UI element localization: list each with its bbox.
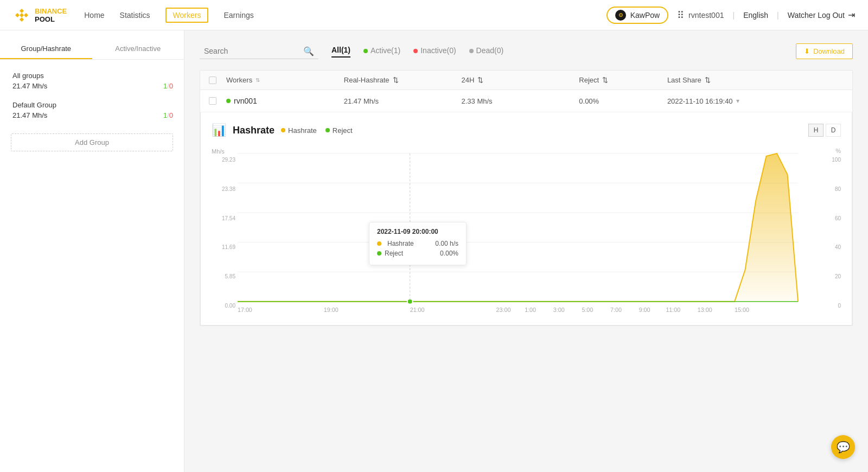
- svg-text:1:00: 1:00: [525, 307, 536, 313]
- worker-24h-cell: 2.33 Mh/s: [462, 97, 579, 105]
- inactive-dot: [413, 49, 418, 53]
- legend-hashrate: Hashrate: [281, 126, 317, 135]
- lastshare-expand-icon[interactable]: ▾: [736, 97, 739, 105]
- chat-button[interactable]: 💬: [831, 435, 855, 459]
- search-box[interactable]: 🔍: [200, 44, 318, 59]
- row-checkbox[interactable]: [209, 97, 216, 105]
- y-label-2: 17.54: [212, 215, 235, 221]
- filter-tab-all[interactable]: All(1): [331, 46, 350, 58]
- add-group-button[interactable]: Add Group: [11, 133, 173, 151]
- sidebar-group-default[interactable]: Default Group 21.47 Mh/s 1/0: [0, 95, 184, 125]
- y-labels-left: 29.23 23.38 17.54 11.69 5.85 0.00: [212, 157, 235, 309]
- kawpow-icon: ⊙: [615, 10, 626, 21]
- worker-reject-cell: 0.00%: [579, 97, 667, 105]
- dead-dot: [469, 49, 474, 53]
- hashrate-legend-dot: [281, 128, 285, 132]
- 24h-sort-icon[interactable]: ⇅: [477, 76, 483, 84]
- worker-status-dot: [226, 99, 231, 103]
- sidebar-group-all[interactable]: All groups 21.47 Mh/s 1/0: [0, 66, 184, 95]
- kawpow-label: KawPow: [630, 11, 660, 20]
- col-header-workers: Workers ⇅: [226, 76, 344, 84]
- header-divider2: |: [777, 11, 779, 20]
- svg-text:19:00: 19:00: [324, 307, 339, 313]
- nav-earnings[interactable]: Earnings: [224, 9, 253, 22]
- nav-workers[interactable]: Workers: [165, 8, 209, 23]
- group-default-ratio: 1/0: [163, 111, 173, 119]
- svg-marker-0: [20, 9, 24, 13]
- reject-legend-dot: [326, 128, 330, 132]
- chart-container: Mh/s 29.23 23.38 17.54 11.69 5.85 0.00 %: [212, 146, 841, 320]
- search-icon: 🔍: [303, 46, 314, 56]
- group-all-hashrate: 21.47 Mh/s: [12, 82, 47, 90]
- sidebar-tab-active-inactive[interactable]: Active/Inactive: [92, 39, 184, 59]
- header-right: ⊙ KawPow ⠿ rvntest001 | English | Watche…: [607, 7, 855, 24]
- group-default-name: Default Group: [12, 101, 173, 109]
- sidebar-tab-group-hashrate[interactable]: Group/Hashrate: [0, 39, 92, 59]
- chart-icon: 📊: [212, 123, 226, 137]
- period-d-button[interactable]: D: [826, 124, 841, 137]
- chart-section: 📊 Hashrate Hashrate Reject H: [200, 112, 852, 326]
- hashrate-sort-icon[interactable]: ⇅: [393, 76, 399, 84]
- y-label-mhs: Mh/s: [212, 148, 225, 155]
- y-label-1: 23.38: [212, 186, 235, 192]
- group-all-name: All groups: [12, 72, 173, 80]
- period-h-button[interactable]: H: [808, 124, 824, 137]
- select-all-checkbox[interactable]: [209, 76, 216, 84]
- kawpow-selector[interactable]: ⊙ KawPow: [607, 7, 668, 24]
- logout-label: Watcher Log Out: [788, 11, 845, 20]
- download-button[interactable]: ⬇ Download: [796, 43, 853, 59]
- y-labels-right: 100 80 60 40 20 0: [821, 157, 841, 309]
- reject-sort-icon[interactable]: ⇅: [602, 76, 608, 84]
- group-all-ratio: 1/0: [163, 82, 173, 90]
- sidebar: Group/Hashrate Active/Inactive All group…: [0, 30, 184, 472]
- nav-home[interactable]: Home: [84, 9, 104, 22]
- col-header-lastshare: Last Share ⇅: [667, 76, 844, 84]
- main-content: 🔍 All(1) Active(1) Inactive(0) Dead(0) ⬇…: [184, 30, 868, 472]
- chart-legend: Hashrate Reject: [281, 126, 353, 135]
- group-default-hashrate: 21.47 Mh/s: [12, 111, 47, 119]
- group-default-stats: 21.47 Mh/s 1/0: [12, 111, 173, 119]
- logo: BINANCE POOL: [13, 7, 67, 24]
- svg-text:21:00: 21:00: [410, 307, 425, 313]
- group-all-stats: 21.47 Mh/s 1/0: [12, 82, 173, 90]
- sidebar-tab-bar: Group/Hashrate Active/Inactive: [0, 39, 184, 60]
- language-selector[interactable]: English: [743, 11, 768, 20]
- header-divider: |: [732, 11, 735, 20]
- svg-text:17:00: 17:00: [238, 307, 252, 313]
- worker-name[interactable]: rvn001: [234, 97, 257, 105]
- binance-logo-icon: [13, 7, 30, 24]
- filter-tab-dead[interactable]: Dead(0): [469, 46, 504, 57]
- legend-reject: Reject: [326, 126, 353, 135]
- logout-icon: ⇥: [848, 10, 855, 20]
- y-axis-right-label: %: [835, 146, 841, 157]
- svg-text:11:00: 11:00: [666, 307, 680, 313]
- chart-title: Hashrate: [233, 125, 275, 136]
- svg-marker-23: [713, 154, 798, 302]
- nav-statistics[interactable]: Statistics: [120, 9, 150, 22]
- filter-tab-inactive[interactable]: Inactive(0): [413, 46, 456, 57]
- logout-button[interactable]: Watcher Log Out ⇥: [788, 10, 855, 20]
- svg-marker-3: [20, 17, 24, 22]
- filter-bar: 🔍 All(1) Active(1) Inactive(0) Dead(0) ⬇…: [200, 43, 853, 59]
- svg-text:5:00: 5:00: [582, 307, 593, 313]
- svg-text:15:00: 15:00: [735, 307, 749, 313]
- worker-hashrate-cell: 21.47 Mh/s: [344, 97, 462, 105]
- svg-marker-4: [20, 13, 24, 17]
- table-row: rvn001 21.47 Mh/s 2.33 Mh/s 0.00% 2022-1…: [200, 90, 852, 112]
- y-label-4: 5.85: [212, 273, 235, 279]
- chart-period-buttons: H D: [808, 124, 841, 137]
- active-dot: [363, 49, 368, 53]
- svg-text:3:00: 3:00: [553, 307, 565, 313]
- lastshare-sort-icon[interactable]: ⇅: [705, 76, 711, 84]
- search-input[interactable]: [204, 47, 299, 55]
- svg-text:23:00: 23:00: [496, 307, 511, 313]
- main-nav: Home Statistics Workers Earnings: [84, 8, 606, 23]
- user-icon: ⠿: [677, 9, 684, 21]
- filter-tab-active[interactable]: Active(1): [363, 46, 400, 57]
- col-header-24h: 24H ⇅: [462, 76, 579, 84]
- svg-marker-2: [24, 13, 28, 17]
- chart-header: 📊 Hashrate Hashrate Reject H: [212, 123, 841, 137]
- col-header-hashrate: Real-Hashrate ⇅: [344, 76, 462, 84]
- svg-text:9:00: 9:00: [639, 307, 650, 313]
- workers-sort-icon[interactable]: ⇅: [256, 77, 260, 83]
